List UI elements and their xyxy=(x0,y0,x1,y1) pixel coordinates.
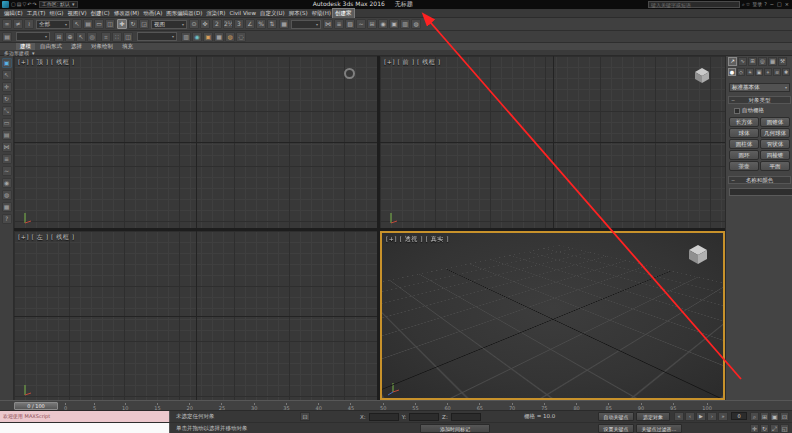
close-button[interactable]: × xyxy=(784,1,790,8)
selection-region-icon[interactable]: ▭ xyxy=(94,19,104,29)
layer-manager-icon[interactable]: ▧ xyxy=(345,19,355,29)
name-color-rollout[interactable]: − 名称和颜色 xyxy=(728,176,791,184)
modify-tab-icon[interactable]: ∿ xyxy=(738,57,747,66)
render-setup-icon[interactable]: ▣ xyxy=(389,19,399,29)
ribbon-tab[interactable]: 自由形式 xyxy=(36,43,66,50)
snap-25d-icon[interactable]: 2½ xyxy=(223,19,233,29)
menu-item[interactable]: 帮助(H) xyxy=(310,9,333,18)
go-start-button[interactable]: « xyxy=(674,412,684,421)
object-type-button[interactable]: 管状体 xyxy=(760,139,790,149)
select-move-icon[interactable]: ✛ xyxy=(117,19,127,29)
prev-frame-button[interactable]: ‹ xyxy=(685,412,695,421)
next-frame-button[interactable]: › xyxy=(707,412,717,421)
percent-snap-icon[interactable]: % xyxy=(256,19,266,29)
menu-item[interactable]: 创建(C) xyxy=(89,9,112,18)
select-by-name-icon[interactable]: ▤ xyxy=(83,19,93,29)
render-setup-icon[interactable]: ▣ xyxy=(203,32,213,42)
scene-explorer-icon[interactable]: ▥ xyxy=(181,32,191,42)
favorites-icon[interactable]: ☆ xyxy=(746,1,750,8)
undo-icon[interactable]: ↶ xyxy=(27,1,31,8)
bind-spacewarp-icon[interactable]: ≀ xyxy=(24,19,34,29)
left-curve-icon[interactable]: ~ xyxy=(2,166,12,176)
save-file-icon[interactable]: ▽ xyxy=(22,1,26,8)
rendered-frame-window-icon[interactable]: ▦ xyxy=(214,32,224,42)
lights-category-icon[interactable]: ☀ xyxy=(746,68,754,76)
object-type-rollout[interactable]: − 对象类型 xyxy=(728,96,791,104)
rendered-frame-icon[interactable]: ▥ xyxy=(400,19,410,29)
select-manipulate-icon[interactable]: ✜ xyxy=(200,19,210,29)
current-frame-field[interactable] xyxy=(731,412,747,420)
curve-editor-icon[interactable]: ~ xyxy=(356,19,366,29)
set-key-button[interactable]: 设置关键点 xyxy=(598,424,634,433)
menu-item[interactable]: 脚本(S) xyxy=(287,9,310,18)
left-region-icon[interactable]: ▭ xyxy=(2,118,12,128)
time-sl[interactable]: 0510152025303540455055606570758085909510… xyxy=(0,400,792,411)
snap-2d-icon[interactable]: 2 xyxy=(212,19,222,29)
auto-key-button[interactable]: 自动关键点 xyxy=(598,412,634,421)
named-selection-dropdown[interactable]: ▾ xyxy=(291,20,321,29)
menu-item[interactable]: 组(G) xyxy=(47,9,65,18)
orbit-icon[interactable]: ↻ xyxy=(760,424,769,433)
display-tab-icon[interactable]: ▦ xyxy=(768,57,777,66)
z-coordinate-field[interactable] xyxy=(451,413,481,421)
redo-icon[interactable]: ↷ xyxy=(33,1,37,8)
object-type-button[interactable]: 圆柱体 xyxy=(729,139,759,149)
play-button[interactable]: ▶ xyxy=(696,412,706,421)
maximize-viewport-icon[interactable]: ◱ xyxy=(780,424,789,433)
go-end-button[interactable]: » xyxy=(718,412,728,421)
viewport-perspective-label[interactable]: [+] [ 透视 ] [ 真实 ] xyxy=(386,235,449,244)
viewport-front[interactable]: [+] [ 前 ] [ 线框 ] xyxy=(380,56,725,228)
application-menu-button[interactable] xyxy=(2,1,9,8)
search-input[interactable] xyxy=(651,2,737,8)
left-mirror-icon[interactable]: ⋈ xyxy=(2,142,12,152)
viewport-perspective-active[interactable]: [+] [ 透视 ] [ 真实 ] xyxy=(380,231,725,400)
render-production-icon[interactable]: ◍ xyxy=(411,19,421,29)
menu-item[interactable]: 修改器(M) xyxy=(112,9,142,18)
object-type-button[interactable]: 球体 xyxy=(729,128,759,138)
ribbon-tab[interactable]: 选择 xyxy=(67,43,86,50)
signin-button[interactable]: 登录 xyxy=(752,1,762,8)
edit-named-selections-icon[interactable]: ▦ xyxy=(279,19,289,29)
left-align-icon[interactable]: ≡ xyxy=(2,154,12,164)
menu-item[interactable]: 编辑(E) xyxy=(2,9,25,18)
snap-3d-icon[interactable]: 3 xyxy=(234,19,244,29)
menu-item[interactable]: 图形编辑器(D) xyxy=(164,9,204,18)
zoom-extents-icon[interactable]: ▣ xyxy=(770,412,779,421)
material-editor-icon[interactable]: ◉ xyxy=(378,19,388,29)
maxscript-listener-output[interactable] xyxy=(0,423,170,433)
left-help-icon[interactable]: ? xyxy=(2,214,12,224)
zoom-icon[interactable]: ⌕ xyxy=(750,412,759,421)
search-icon[interactable]: ⌕ xyxy=(742,1,745,8)
help-icon[interactable]: ? xyxy=(764,1,767,8)
menu-item-highlighted[interactable]: 创建家 xyxy=(333,9,354,18)
window-crossing-icon[interactable]: ◫ xyxy=(105,19,115,29)
use-pivot-center-icon[interactable]: ⊙ xyxy=(189,19,199,29)
add-time-tag-button[interactable]: 添加时间标记 xyxy=(420,424,490,433)
select-layer-objects-icon[interactable]: ↖ xyxy=(76,32,86,42)
left-workspaces-icon[interactable]: ▣ xyxy=(2,58,12,68)
object-type-button[interactable]: 几何球体 xyxy=(760,128,790,138)
ribbon-tab[interactable]: 对象绘制 xyxy=(87,43,117,50)
object-type-button[interactable]: 四棱锥 xyxy=(760,150,790,160)
maxscript-listener-input[interactable]: 欢迎使用 MAXScript xyxy=(0,411,170,422)
workspace-dropdown[interactable]: 工作区: 默认 ▾ xyxy=(39,1,78,8)
left-scale-icon[interactable]: ⤡ xyxy=(2,106,12,116)
angle-snap-icon[interactable]: ∠ xyxy=(245,19,255,29)
viewcube-icon[interactable] xyxy=(693,66,711,84)
left-explorer-icon[interactable]: ▦ xyxy=(2,202,12,212)
left-select-icon[interactable]: ↖ xyxy=(2,70,12,80)
menu-item[interactable]: 动画(A) xyxy=(141,9,164,18)
layer-explorer-icon[interactable]: ▤ xyxy=(2,32,12,42)
viewport-top[interactable]: [+] [ 顶 ] [ 线框 ] xyxy=(14,56,377,228)
layer-dropdown[interactable]: ▾ xyxy=(16,32,50,41)
autogrid-checkbox[interactable] xyxy=(734,108,740,114)
select-link-icon[interactable]: ∞ xyxy=(2,19,12,29)
viewport-left-label[interactable]: [+] [ 左 ] [ 线框 ] xyxy=(18,233,75,242)
open-file-icon[interactable]: ▤ xyxy=(17,1,22,8)
helpers-category-icon[interactable]: ⌖ xyxy=(764,68,772,76)
viewport-top-label[interactable]: [+] [ 顶 ] [ 线框 ] xyxy=(18,58,75,67)
select-object-icon[interactable]: ↖ xyxy=(72,19,82,29)
create-layer-icon[interactable]: ⊞ xyxy=(54,32,64,42)
viewcube-ring-icon[interactable] xyxy=(344,68,355,79)
systems-category-icon[interactable]: ✱ xyxy=(782,68,790,76)
